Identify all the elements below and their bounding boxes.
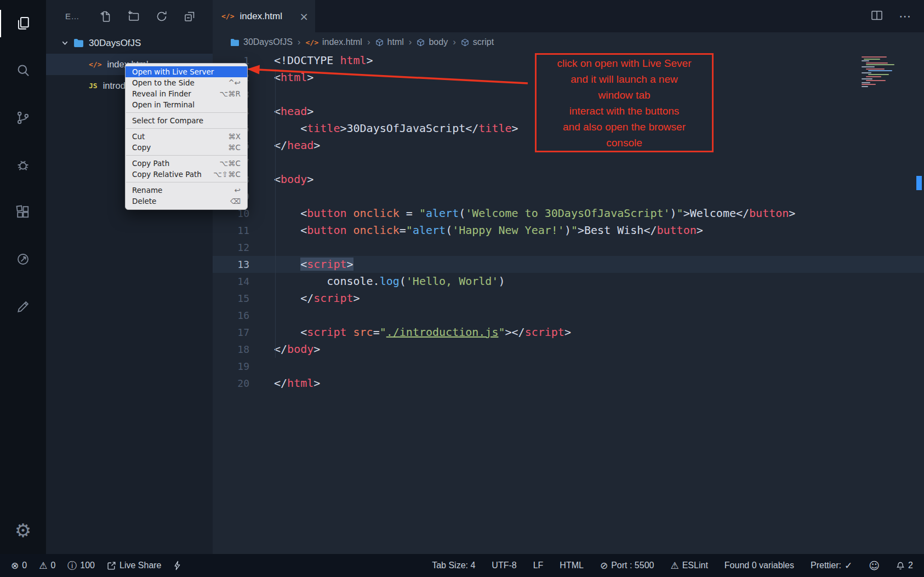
tab-label: index.html [239,11,282,22]
status-notifications[interactable]: 2 [896,561,913,570]
menu-item-label: Copy Relative Path [132,170,202,179]
menu-item-copy-relative-path[interactable]: Copy Relative Path⌥⇧⌘C [126,169,247,180]
code-line-16[interactable]: 16 [213,307,924,324]
live-share-activity-button[interactable] [0,236,46,283]
refresh-button[interactable] [148,10,176,23]
status-label: 2 [908,561,913,570]
search-activity-button[interactable] [0,47,46,94]
debug-activity-button[interactable] [0,141,46,188]
collapse-folders-button[interactable] [176,10,204,23]
minimap-line [862,78,872,79]
status-prettier[interactable]: Prettier:✓ [811,561,852,570]
close-tab-icon[interactable]: × [299,10,309,23]
code-line-11[interactable]: 11 <button onclick="alert('Happy New Yea… [213,222,924,239]
status-lightning[interactable] [174,561,181,570]
menu-item-cut[interactable]: Cut⌘X [126,131,247,142]
status-warnings[interactable]: ⚠0 [39,561,55,570]
status-port[interactable]: ⊘Port : 5500 [600,561,654,570]
status-live-share[interactable]: Live Share [107,561,162,570]
source-control-activity-button[interactable] [0,94,46,141]
new-file-button[interactable] [92,10,119,23]
status-variables[interactable]: Found 0 variables [725,561,794,570]
menu-divider [126,112,247,113]
code-line-10[interactable]: 10 <button onclick = "alert('Welcome to … [213,205,924,222]
menu-item-reveal-in-finder[interactable]: Reveal in Finder⌥⌘R [126,88,247,99]
status-eslint[interactable]: ⚠ESLint [670,561,708,570]
code-line-19[interactable]: 19 [213,358,924,375]
code-line-12[interactable]: 12 [213,239,924,256]
code-line-9[interactable]: 9 [213,188,924,205]
breadcrumb-script[interactable]: script [461,37,494,47]
code-line-13[interactable]: 13 <script> [213,256,924,273]
explorer-activity-button[interactable] [0,0,46,47]
menu-item-shortcut: ⌫ [230,197,241,205]
code-line-14[interactable]: 14 console.log('Hello, World') [213,273,924,290]
error-icon: ⊗ [11,561,19,570]
cube-icon [417,38,425,47]
js-file-icon: JS [89,82,98,90]
debug-icon [15,157,31,173]
folder-icon [73,38,84,48]
minimap-line [862,60,869,61]
status-tab-size[interactable]: Tab Size: 4 [432,561,475,570]
breadcrumb-index-html[interactable]: </>index.html [305,37,362,47]
new-folder-button[interactable] [119,10,147,23]
split-editor-button[interactable] [870,9,883,24]
menu-item-shortcut: ⌥⌘C [220,159,241,168]
cube-icon [461,38,469,47]
status-label: UTF-8 [492,561,516,570]
code-line-15[interactable]: 15 </script> [213,290,924,307]
breadcrumb-30daysofjs[interactable]: 30DaysOfJS [230,37,293,47]
feedback-activity-button[interactable] [0,283,46,330]
live-share-icon [107,561,116,570]
new-folder-icon [127,10,140,23]
code-line-18[interactable]: 18</body> [213,341,924,358]
menu-item-delete[interactable]: Delete⌫ [126,196,247,207]
status-encoding[interactable]: UTF-8 [492,561,516,570]
code-line-7[interactable]: 7 [213,154,924,171]
breadcrumb-body[interactable]: body [417,37,448,47]
minimap-line [866,68,885,70]
breadcrumb-html[interactable]: html [375,37,404,47]
menu-item-select-for-compare[interactable]: Select for Compare [126,115,247,126]
annotation-box: click on open with Live Severand it will… [535,53,714,152]
status-language[interactable]: HTML [560,561,584,570]
gear-icon: ⚙ [15,521,31,540]
menu-item-open-with-live-server[interactable]: Open with Live Server [126,66,247,77]
menu-item-rename[interactable]: Rename↩ [126,185,247,196]
extensions-activity-button[interactable] [0,188,46,236]
menu-divider [126,182,247,182]
overview-ruler-marker [916,176,922,190]
code-line-8[interactable]: 8<body> [213,171,924,188]
status-eol[interactable]: LF [533,561,544,570]
line-number: 14 [213,273,249,290]
line-number: 20 [213,375,249,392]
menu-item-open-to-the-side[interactable]: Open to the Side^↩ [126,77,247,88]
menu-item-label: Reveal in Finder [132,89,191,98]
status-errors[interactable]: ⊗0 [11,561,27,570]
smiley-icon: ☺ [869,561,880,571]
minimap-line [868,74,889,75]
tree-root-30DaysOfJS[interactable]: 30DaysOfJS [46,32,213,54]
menu-item-shortcut: ⌥⇧⌘C [213,170,241,179]
more-actions-icon[interactable]: ⋯ [899,9,911,23]
menu-item-shortcut: ⌥⌘R [220,89,241,98]
code-line-20[interactable]: 20</html> [213,375,924,392]
code-line-17[interactable]: 17 <script src="./introduction.js"></scr… [213,324,924,341]
menu-item-open-in-terminal[interactable]: Open in Terminal [126,99,247,110]
annotation-line: click on open with Live Sever [537,55,712,71]
line-number: 13 [213,256,249,273]
menu-item-copy[interactable]: Copy⌘C [126,142,247,153]
settings-activity-button[interactable]: ⚙ [0,507,46,554]
status-info[interactable]: ⓘ100 [67,561,95,570]
breadcrumb-label: script [473,37,494,47]
tab-index-html[interactable]: </> index.html × [213,0,315,32]
menu-item-label: Open in Terminal [132,100,195,109]
activity-bar: ⚙ [0,0,46,554]
breadcrumb-label: html [387,37,404,47]
minimap[interactable] [862,56,914,88]
menu-item-label: Select for Compare [132,116,203,125]
cube-icon [375,38,384,47]
status-feedback-smiley[interactable]: ☺ [869,561,880,571]
menu-item-copy-path[interactable]: Copy Path⌥⌘C [126,158,247,169]
